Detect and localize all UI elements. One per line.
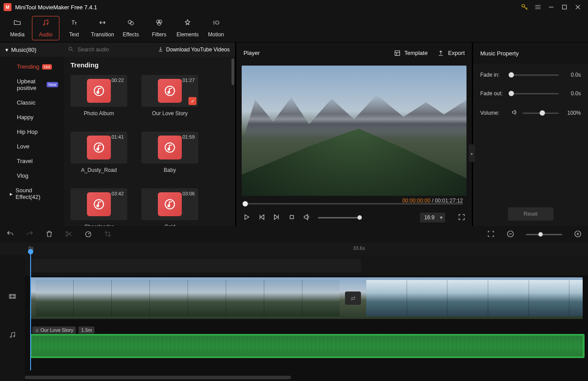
fade-out-slider[interactable] — [511, 93, 559, 94]
speed-button[interactable] — [84, 230, 92, 239]
badge: New — [47, 82, 58, 87]
aspect-ratio-select[interactable]: 16:9 — [420, 213, 445, 222]
time-ruler[interactable]: 0s 33.6s — [0, 243, 588, 255]
svg-rect-32 — [9, 295, 16, 299]
undo-button[interactable] — [6, 230, 14, 239]
timeline-toolbar — [0, 226, 588, 243]
svg-point-21 — [165, 200, 175, 209]
music-thumb-icon — [87, 136, 111, 159]
play-button[interactable] — [243, 213, 251, 222]
ribbon-elements[interactable]: Elements — [174, 16, 201, 40]
video-clip-2[interactable] — [366, 280, 583, 316]
audio-name: A_Dusty_Road — [71, 167, 127, 173]
svg-rect-23 — [395, 51, 400, 56]
export-button[interactable]: Export — [437, 50, 465, 57]
ribbon-audio[interactable]: Audio — [32, 16, 59, 40]
volume-slider[interactable] — [318, 217, 360, 218]
volume-icon[interactable] — [303, 213, 311, 222]
timeline: 0s 33.6s ⇄ ♫ Our Love Story — [0, 243, 588, 381]
ribbon: MediaAudioTextTransitionEffectsFiltersEl… — [0, 14, 588, 43]
fade-in-slider[interactable] — [511, 74, 559, 76]
timeline-scrollbar[interactable] — [25, 376, 291, 379]
category-hip-hop[interactable]: Hip Hop — [0, 124, 64, 139]
audio-track-icon — [0, 317, 25, 353]
transition-slot[interactable]: ⇄ — [345, 292, 361, 305]
audio-track[interactable]: ♫ Our Love Story 1.5m — [25, 325, 588, 361]
music-note-icon: ♫ — [35, 327, 39, 333]
svg-point-17 — [165, 143, 175, 152]
sound-effect-section[interactable]: ▸Sound Effect(42) — [0, 183, 64, 204]
redo-button[interactable] — [26, 230, 34, 239]
svg-rect-1 — [563, 5, 567, 9]
player-panel: Player Template Export 00:00:00:00 / 00:… — [236, 43, 473, 226]
audio-item[interactable]: 01:41A_Dusty_Road — [71, 132, 127, 173]
category-happy[interactable]: Happy — [0, 110, 64, 124]
transition-icon — [98, 19, 106, 29]
template-button[interactable]: Template — [394, 50, 428, 57]
scrub-handle[interactable] — [243, 201, 248, 206]
zoom-out-button[interactable] — [506, 230, 514, 239]
ribbon-media[interactable]: Media — [4, 16, 31, 40]
download-youtube-link[interactable]: Download YouTube Videos — [157, 46, 235, 54]
fit-zoom-button[interactable] — [487, 230, 495, 239]
audio-item[interactable]: 03:06Cold — [141, 188, 198, 226]
fade-in-row: Fade in: 0.0s — [480, 72, 581, 78]
category-vlog[interactable]: Vlog — [0, 168, 64, 183]
close-button[interactable] — [571, 0, 584, 14]
audio-item[interactable]: 03:42Cheerleader — [71, 188, 127, 226]
category-trending[interactable]: TrendingHot — [0, 59, 64, 74]
next-frame-button[interactable] — [273, 213, 281, 222]
svg-point-19 — [94, 200, 104, 209]
audio-item[interactable]: 01:59Baby — [141, 132, 198, 173]
check-icon: ✓ — [188, 97, 196, 105]
badge: Hot — [42, 64, 52, 70]
crop-button[interactable] — [104, 230, 112, 239]
minimize-button[interactable] — [545, 0, 558, 14]
svg-point-18 — [168, 148, 170, 150]
reset-button[interactable]: Reset — [508, 207, 553, 221]
music-section-toggle[interactable]: ▾ Music(80) — [0, 47, 64, 53]
video-clip-1[interactable] — [35, 280, 340, 316]
maximize-button[interactable] — [558, 0, 571, 14]
scrollbar-thumb[interactable] — [231, 58, 234, 85]
category-love[interactable]: Love — [0, 139, 64, 154]
split-button[interactable] — [65, 230, 73, 239]
volume-prop-slider[interactable] — [522, 113, 559, 114]
fade-out-value: 0.0s — [563, 90, 581, 97]
audio-item[interactable]: 00:22Photo Album — [71, 75, 127, 117]
search-input[interactable] — [78, 47, 154, 53]
overlay-track[interactable] — [25, 255, 588, 276]
audio-grid: Trending 00:22Photo Album01:27✓Our Love … — [64, 57, 235, 226]
zoom-in-button[interactable] — [574, 230, 582, 239]
ribbon-text[interactable]: Text — [60, 16, 88, 40]
music-icon — [42, 19, 50, 29]
audio-name: Photo Album — [71, 110, 127, 117]
ribbon-motion[interactable]: Motion — [202, 16, 230, 40]
category-travel[interactable]: Travel — [0, 154, 64, 168]
speaker-icon[interactable] — [511, 109, 518, 117]
prev-frame-button[interactable] — [258, 213, 266, 222]
playhead[interactable] — [30, 253, 31, 370]
svg-point-8 — [157, 22, 161, 26]
property-panel: Music Property Fade in: 0.0s Fade out: 0… — [473, 43, 588, 226]
volume-label: Volume: — [480, 110, 507, 116]
ribbon-filters[interactable]: Filters — [145, 16, 173, 40]
collapse-panel-button[interactable]: ▸ — [469, 144, 475, 162]
ribbon-transition[interactable]: Transition — [89, 16, 116, 40]
filters-icon — [155, 19, 163, 29]
key-icon[interactable] — [518, 0, 531, 14]
fullscreen-button[interactable] — [458, 213, 466, 222]
video-preview — [242, 66, 466, 196]
audio-clip[interactable]: ♫ Our Love Story 1.5m — [30, 334, 584, 358]
delete-button[interactable] — [45, 230, 53, 239]
audio-item[interactable]: 01:27✓Our Love Story — [141, 75, 198, 117]
category-classic[interactable]: Classic — [0, 95, 64, 110]
zoom-slider[interactable] — [526, 234, 562, 235]
svg-point-20 — [97, 205, 99, 206]
menu-icon[interactable] — [531, 0, 545, 14]
ribbon-effects[interactable]: Effects — [117, 16, 145, 40]
category-upbeat-positive[interactable]: Upbeat positiveNew — [0, 74, 64, 95]
stop-button[interactable] — [288, 213, 296, 222]
scrub-bar[interactable]: 00:00:00:00 / 00:01:27:12 — [242, 198, 466, 209]
video-track[interactable]: ⇄ — [30, 277, 583, 319]
